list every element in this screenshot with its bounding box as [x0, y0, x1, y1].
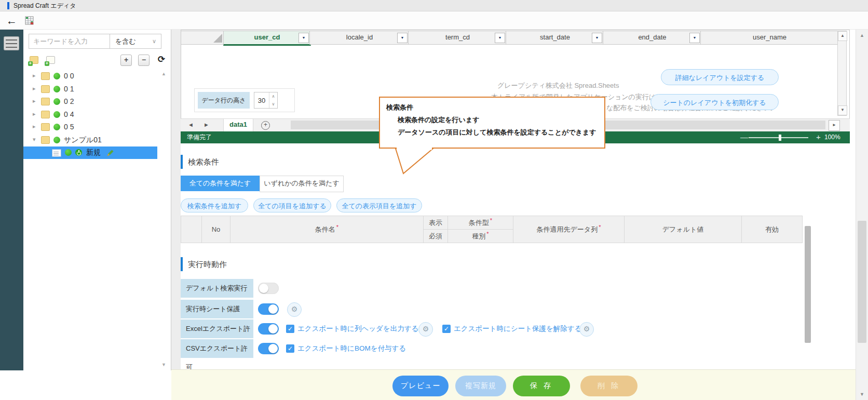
tree-item[interactable]: ▸ 0 1: [23, 83, 157, 96]
column-header-term-cd[interactable]: term_cd ▼: [408, 31, 507, 45]
column-label: user_name: [753, 33, 786, 41]
export-bom-checkbox[interactable]: ✓: [286, 344, 294, 353]
scroll-up-icon[interactable]: ▲: [856, 31, 868, 40]
scroll-up-icon[interactable]: ▲: [838, 31, 847, 41]
chevron-down-icon[interactable]: ▾: [33, 136, 36, 143]
spreadsheet-file-icon[interactable]: [25, 16, 34, 25]
export-header-checkbox[interactable]: ✓: [286, 325, 294, 333]
tree-item[interactable]: ▸ 0 2: [23, 96, 157, 108]
scroll-up-icon[interactable]: ▲: [161, 71, 166, 76]
sheet-vertical-scrollbar[interactable]: ▲ ▼: [837, 31, 847, 116]
add-condition-button[interactable]: 検索条件を追加する: [181, 198, 248, 212]
column-header-end-date[interactable]: end_date ▼: [603, 31, 702, 45]
page-scrollbar[interactable]: ▲ ▼: [856, 30, 868, 400]
chevron-right-icon[interactable]: ▸: [33, 111, 36, 117]
search-filter-select[interactable]: を含む ∨: [110, 34, 161, 49]
scroll-down-icon[interactable]: ▼: [856, 390, 868, 399]
collapse-all-button[interactable]: −: [138, 55, 150, 66]
zoom-out-icon[interactable]: —: [740, 131, 748, 143]
status-dot-icon: [53, 111, 60, 118]
column-header-user-cd[interactable]: user_cd ▼: [223, 31, 311, 46]
add-all-items-button[interactable]: 全ての項目を追加する: [253, 198, 331, 212]
scroll-down-icon[interactable]: ▼: [838, 105, 847, 115]
sheet-corner-cell[interactable]: [181, 31, 225, 45]
reset-layout-button[interactable]: シートのレイアウトを初期化する: [650, 94, 779, 110]
stepper-up-icon[interactable]: ∧: [269, 92, 277, 100]
search-input[interactable]: [29, 34, 110, 49]
setting-row-excel-export: Excelエクスポート許可 ✓ エクスポート時に列ヘッダを出力する ⚙ ✓ エク…: [181, 319, 802, 338]
excel-export-toggle[interactable]: [258, 323, 279, 335]
chevron-right-icon[interactable]: ▸: [33, 85, 36, 92]
top-toolbar: ←: [0, 11, 868, 30]
csv-export-toggle[interactable]: [258, 343, 279, 354]
expand-all-button[interactable]: +: [120, 55, 132, 66]
tree-item-expanded[interactable]: ▾ サンプル01: [23, 134, 157, 146]
gear-icon[interactable]: ⚙: [287, 302, 302, 317]
row-height-value[interactable]: [254, 92, 269, 108]
checkbox-label[interactable]: エクスポート時に列ヘッダを出力する: [297, 319, 418, 338]
column-header-user-name[interactable]: user_name: [700, 31, 839, 45]
add-item-button[interactable]: +: [46, 56, 55, 64]
section-accent-bar: [181, 155, 183, 169]
row-height-stepper[interactable]: ∧ ∨: [254, 92, 278, 109]
tree-item[interactable]: ▸ 0 0: [23, 70, 157, 83]
add-all-display-items-button[interactable]: 全ての表示項目を追加する: [336, 198, 422, 212]
form-scrollbar-thumb[interactable]: [805, 226, 811, 343]
filter-dropdown-icon[interactable]: ▼: [495, 33, 505, 43]
refresh-button[interactable]: ⟳: [156, 55, 167, 65]
tree-item-selected[interactable]: 新規: [23, 146, 157, 159]
edit-pencil-icon[interactable]: [106, 149, 115, 159]
column-header-start-date[interactable]: start_date ▼: [506, 31, 604, 45]
back-button[interactable]: ←: [6, 13, 17, 29]
add-sheet-icon[interactable]: +: [261, 121, 270, 130]
tree-item[interactable]: ▸ 0 5: [23, 121, 157, 134]
save-button[interactable]: 保 存: [513, 376, 570, 396]
zoom-in-icon[interactable]: +: [816, 131, 821, 143]
match-all-button[interactable]: 全ての条件を満たす: [181, 176, 260, 191]
gear-icon[interactable]: ⚙: [418, 322, 433, 337]
filter-dropdown-icon[interactable]: ▼: [689, 33, 700, 43]
col-header-enabled: 有効: [742, 216, 803, 243]
delete-button[interactable]: 削 除: [580, 376, 638, 396]
chevron-right-icon[interactable]: ▸: [33, 72, 36, 79]
tree-item-label: 0 0: [64, 72, 74, 80]
column-header-locale-id[interactable]: locale_id ▼: [309, 31, 410, 45]
filter-dropdown-icon[interactable]: ▼: [397, 33, 408, 43]
sheet-tab-data1[interactable]: data1: [223, 119, 253, 133]
chevron-right-icon[interactable]: ▸: [33, 98, 36, 104]
col-header-no: No: [202, 216, 230, 243]
chevron-right-icon[interactable]: ▸: [33, 123, 36, 130]
menu-icon[interactable]: [4, 36, 19, 50]
preview-button[interactable]: プレビュー: [392, 376, 449, 396]
setting-row-sheet-protect: 実行時シート保護 ⚙: [181, 300, 802, 318]
folder-icon: [41, 111, 50, 118]
condition-table: No 条件名* 表示 条件型* 条件適用先データ列* デフォルト値 有効 必須 …: [181, 216, 803, 243]
checkbox-label[interactable]: エクスポート時にシート保護を解除する: [454, 319, 581, 338]
col-header-name: 条件名*: [230, 216, 424, 243]
sheet-protect-toggle[interactable]: [258, 303, 279, 315]
footer-bar: プレビュー 複写新規 保 存 削 除: [171, 369, 856, 400]
filter-dropdown-icon[interactable]: ▼: [592, 33, 602, 43]
gear-icon[interactable]: ⚙: [579, 322, 594, 337]
match-any-button[interactable]: いずれかの条件を満たす: [260, 176, 344, 192]
tooltip-tail: [387, 148, 444, 176]
detailed-layout-button[interactable]: 詳細なレイアウトを設定する: [661, 69, 779, 85]
scroll-down-icon[interactable]: ▼: [161, 362, 166, 367]
default-search-toggle[interactable]: [258, 283, 279, 294]
search-section-header: 検索条件: [181, 155, 492, 169]
scroll-right-icon[interactable]: ►: [829, 120, 840, 131]
checkbox-label[interactable]: エクスポート時にBOMを付与する: [297, 339, 406, 358]
zoom-slider-handle[interactable]: [779, 135, 781, 141]
stepper-arrows: ∧ ∨: [269, 92, 277, 108]
filter-dropdown-icon[interactable]: ▼: [299, 33, 309, 43]
copy-new-button[interactable]: 複写新規: [455, 376, 506, 396]
select-all-triangle-icon[interactable]: [213, 34, 222, 43]
tree-item[interactable]: ▸ 0 4: [23, 109, 157, 121]
stepper-down-icon[interactable]: ∨: [269, 100, 277, 108]
tab-scroll-right-icon[interactable]: ►: [204, 122, 209, 128]
export-unprotect-checkbox[interactable]: ✓: [442, 325, 451, 333]
add-folder-button[interactable]: +: [30, 56, 38, 64]
setting-label: デフォルト検索実行: [181, 279, 253, 298]
tab-scroll-left-icon[interactable]: ◄: [188, 122, 194, 128]
page-scrollbar-thumb[interactable]: [858, 221, 866, 343]
